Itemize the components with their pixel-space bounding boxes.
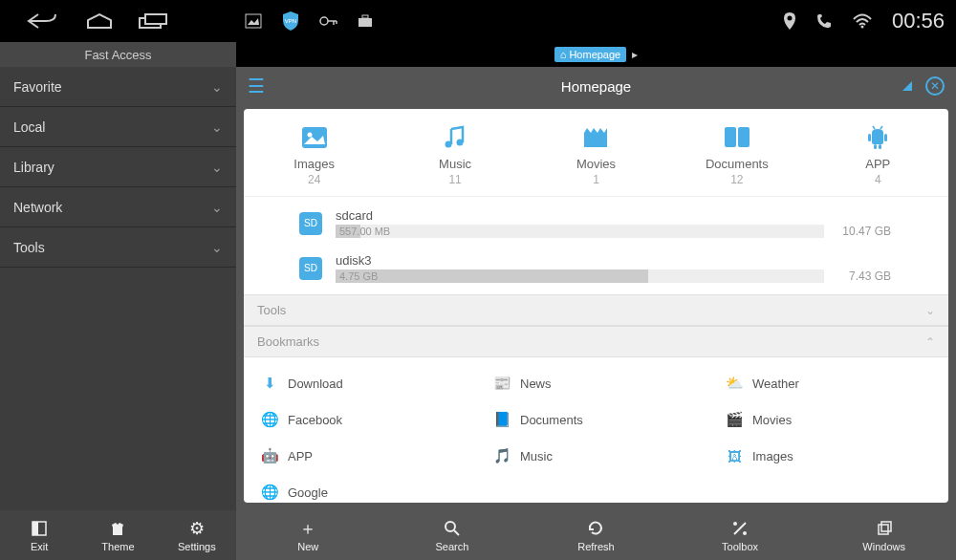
refresh-button[interactable]: Refresh bbox=[524, 510, 668, 560]
weather-icon: ⛅ bbox=[726, 375, 743, 392]
movies-icon bbox=[543, 122, 648, 153]
svg-point-4 bbox=[320, 17, 328, 25]
toolbox-button[interactable]: Toolbox bbox=[668, 510, 813, 560]
svg-line-22 bbox=[454, 530, 459, 535]
svg-point-10 bbox=[307, 133, 312, 138]
images-icon: 🖼 bbox=[726, 447, 743, 464]
phone-icon bbox=[815, 12, 833, 30]
windows-button[interactable]: Windows bbox=[812, 510, 956, 560]
windows-icon bbox=[876, 519, 893, 538]
home-nav-icon[interactable] bbox=[84, 12, 115, 30]
main-panel: Images 24 Music 11 Movies 1 Documents 12 bbox=[244, 109, 948, 503]
gear-icon: ⚙ bbox=[189, 519, 205, 538]
settings-button[interactable]: ⚙Settings bbox=[158, 510, 236, 560]
storage-item-udisk3[interactable]: SD udisk3 4.75 GB 7.43 GB bbox=[244, 246, 948, 291]
svg-rect-6 bbox=[362, 15, 368, 18]
bookmark-app[interactable]: 🤖APP bbox=[248, 438, 480, 474]
storage-item-sdcard[interactable]: SD sdcard 557.00 MB 10.47 GB bbox=[244, 201, 948, 246]
bookmark-images[interactable]: 🖼Images bbox=[712, 438, 945, 474]
music-icon bbox=[402, 122, 508, 153]
category-movies[interactable]: Movies 1 bbox=[543, 122, 648, 186]
search-button[interactable]: Search bbox=[380, 510, 525, 560]
section-bookmarks[interactable]: Bookmarks ⌃ bbox=[244, 326, 948, 357]
svg-rect-26 bbox=[881, 522, 891, 531]
category-music[interactable]: Music 11 bbox=[402, 122, 508, 186]
category-documents[interactable]: Documents 12 bbox=[684, 122, 790, 186]
chevron-down-icon: ⌄ bbox=[211, 79, 223, 95]
bookmark-music[interactable]: 🎵Music bbox=[480, 438, 712, 474]
svg-point-7 bbox=[787, 16, 792, 21]
images-icon bbox=[262, 122, 367, 153]
bookmark-weather[interactable]: ⛅Weather bbox=[712, 365, 945, 401]
download-icon: ⬇ bbox=[261, 375, 278, 392]
sidebar: Favorite⌄ Local⌄ Library⌄ Network⌄ Tools… bbox=[0, 67, 236, 510]
resize-corner-icon[interactable] bbox=[902, 81, 912, 91]
tab-homepage[interactable]: ⌂ Homepage bbox=[554, 47, 626, 62]
refresh-icon bbox=[587, 519, 604, 538]
svg-rect-20 bbox=[33, 522, 38, 535]
section-tools[interactable]: Tools ⌄ bbox=[244, 294, 948, 326]
documents-icon: 📘 bbox=[493, 411, 511, 428]
bookmark-documents[interactable]: 📘Documents bbox=[480, 401, 712, 438]
svg-line-17 bbox=[873, 126, 875, 129]
tab-bar: Fast Access ⌂ Homepage ▸ bbox=[0, 42, 956, 67]
theme-button[interactable]: Theme bbox=[78, 510, 157, 560]
tab-add-icon[interactable]: ▸ bbox=[632, 48, 638, 61]
page-title: Homepage bbox=[561, 78, 631, 95]
theme-icon bbox=[109, 519, 126, 538]
hamburger-menu-icon[interactable]: ☰ bbox=[248, 75, 265, 97]
key-status-icon bbox=[319, 15, 338, 27]
svg-point-23 bbox=[733, 522, 737, 526]
globe-icon: 🌐 bbox=[261, 411, 278, 428]
svg-point-11 bbox=[445, 141, 452, 148]
category-images[interactable]: Images 24 bbox=[262, 122, 367, 186]
category-app[interactable]: APP 4 bbox=[825, 122, 930, 186]
sidebar-item-library[interactable]: Library⌄ bbox=[0, 147, 236, 187]
documents-icon bbox=[684, 122, 790, 153]
chevron-down-icon: ⌄ bbox=[211, 119, 223, 135]
vpn-shield-icon: VPN bbox=[281, 11, 300, 32]
bookmark-news[interactable]: 📰News bbox=[480, 365, 712, 401]
storage-list: SD sdcard 557.00 MB 10.47 GB SD bbox=[244, 197, 948, 294]
chevron-up-icon: ⌃ bbox=[925, 335, 935, 349]
chevron-down-icon: ⌄ bbox=[211, 160, 223, 175]
chevron-down-icon: ⌄ bbox=[925, 304, 935, 317]
svg-rect-14 bbox=[884, 134, 887, 141]
new-button[interactable]: ＋New bbox=[236, 510, 380, 560]
bookmark-download[interactable]: ⬇Download bbox=[248, 365, 480, 401]
search-icon bbox=[444, 519, 461, 538]
svg-rect-1 bbox=[145, 14, 166, 24]
briefcase-status-icon bbox=[358, 14, 373, 28]
movies-icon: 🎬 bbox=[726, 411, 743, 428]
sidebar-item-tools[interactable]: Tools⌄ bbox=[0, 227, 236, 268]
bottom-bar: Exit Theme ⚙Settings ＋New Search Refresh… bbox=[0, 510, 956, 560]
svg-rect-2 bbox=[246, 14, 261, 28]
sidebar-item-local[interactable]: Local⌄ bbox=[0, 107, 236, 147]
svg-point-12 bbox=[457, 140, 464, 146]
back-nav-icon[interactable] bbox=[27, 12, 61, 30]
android-icon bbox=[825, 122, 930, 153]
bookmark-google[interactable]: 🌐Google bbox=[248, 474, 480, 503]
svg-point-21 bbox=[445, 522, 455, 531]
sd-icon: SD bbox=[299, 212, 322, 235]
sidebar-item-network[interactable]: Network⌄ bbox=[0, 187, 236, 227]
bookmark-movies[interactable]: 🎬Movies bbox=[712, 401, 945, 438]
globe-icon: 🌐 bbox=[261, 484, 278, 501]
svg-line-18 bbox=[880, 126, 882, 129]
category-row: Images 24 Music 11 Movies 1 Documents 12 bbox=[244, 109, 948, 197]
content-header: ☰ Homepage ✕ bbox=[236, 67, 956, 105]
wifi-icon bbox=[852, 13, 873, 29]
sidebar-header: Fast Access bbox=[0, 42, 236, 67]
music-icon: 🎵 bbox=[493, 447, 511, 464]
storage-bar: 4.75 GB bbox=[336, 269, 824, 283]
recent-nav-icon[interactable] bbox=[138, 12, 168, 30]
exit-button[interactable]: Exit bbox=[0, 510, 78, 560]
svg-rect-5 bbox=[358, 18, 372, 27]
close-button[interactable]: ✕ bbox=[925, 76, 945, 96]
sidebar-item-favorite[interactable]: Favorite⌄ bbox=[0, 67, 236, 107]
chevron-down-icon: ⌄ bbox=[211, 200, 223, 215]
bookmark-facebook[interactable]: 🌐Facebook bbox=[248, 401, 480, 438]
toolbox-icon bbox=[731, 519, 749, 538]
sd-icon: SD bbox=[299, 257, 322, 280]
svg-rect-15 bbox=[874, 144, 877, 149]
